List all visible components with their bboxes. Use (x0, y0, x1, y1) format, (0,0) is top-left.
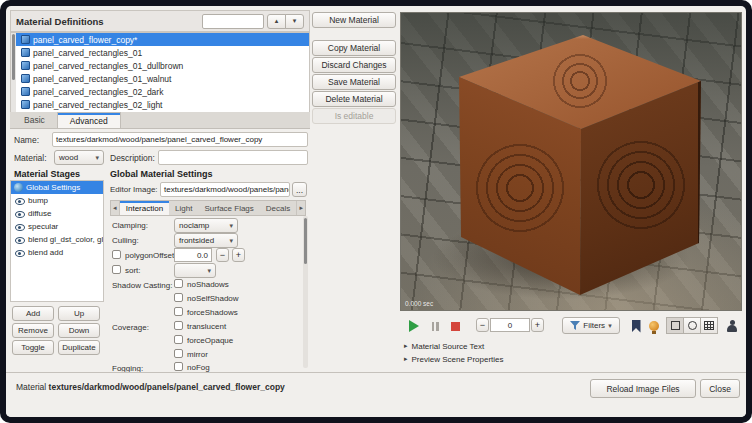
polygon-offset-checkbox[interactable] (112, 250, 121, 259)
screenshot-root: Material Definitions ▴ ▾ panel_carved_fl… (0, 0, 752, 423)
eye-icon[interactable] (14, 196, 25, 206)
stage-remove-button[interactable]: Remove (12, 323, 54, 338)
copy-material-button[interactable]: Copy Material (312, 40, 396, 56)
tree-item[interactable]: panel_carved_rectangles_01 (16, 46, 309, 59)
find-previous-button[interactable]: ▴ (267, 14, 286, 29)
tab-basic[interactable]: Basic (12, 112, 57, 128)
frame-increment-button[interactable]: + (531, 318, 544, 332)
sort-dropdown[interactable]: ▾ (174, 263, 216, 278)
stage-item-global-settings[interactable]: Global Settings (11, 181, 103, 194)
tree-item[interactable]: panel_carved_rectangles_02_light (16, 98, 309, 111)
stage-down-button[interactable]: Down (58, 323, 100, 338)
stage-duplicate-button[interactable]: Duplicate (58, 340, 100, 355)
noselfshadow-checkbox[interactable] (174, 293, 183, 302)
lamp-icon (649, 321, 659, 331)
stage-item-bump[interactable]: bump (11, 194, 103, 207)
player-view-button[interactable] (724, 318, 740, 334)
name-input[interactable]: textures/darkmod/wood/panels/panel_carve… (52, 132, 308, 147)
nofog-checkbox[interactable] (174, 362, 183, 371)
tree-item-label: panel_carved_rectangles_02_light (33, 100, 162, 110)
forceopaque-label: forceOpaque (187, 336, 233, 345)
render-mode-grid-button[interactable] (700, 317, 718, 334)
eye-icon[interactable] (14, 222, 25, 232)
find-next-button[interactable]: ▾ (285, 14, 304, 29)
translucent-checkbox[interactable] (174, 321, 183, 330)
editor-image-input[interactable]: textures/darkmod/wood/panels/panel_carv (160, 182, 290, 197)
tree-item[interactable]: panel_carved_rectangles_02_dark (16, 85, 309, 98)
tab-advanced[interactable]: Advanced (57, 112, 121, 128)
render-mode-sphere-button[interactable] (683, 317, 701, 334)
filters-label: Filters (583, 321, 605, 330)
stage-toggle-button[interactable]: Toggle (12, 340, 54, 355)
tree-scrollbar-thumb[interactable] (12, 34, 15, 80)
browse-editor-image-button[interactable]: ... (292, 182, 307, 197)
discard-changes-button[interactable]: Discard Changes (312, 57, 396, 73)
save-material-button[interactable]: Save Material (312, 74, 396, 90)
render-mode-textured-button[interactable] (666, 317, 684, 334)
pause-button[interactable] (427, 318, 443, 334)
stage-item-diffuse[interactable]: diffuse (11, 207, 103, 220)
stage-item-specular[interactable]: specular (11, 220, 103, 233)
dropdown-arrow-icon: ▾ (207, 267, 211, 275)
clamping-dropdown[interactable]: noclamp ▾ (174, 218, 238, 233)
stage-item-blend[interactable]: blend gl_dst_color, gl_on (11, 233, 103, 246)
tab-decals[interactable]: Decals (260, 201, 296, 215)
material-editor-window: Material Definitions ▴ ▾ panel_carved_fl… (6, 6, 746, 417)
preview-cube (449, 33, 701, 299)
eye-icon[interactable] (14, 248, 25, 258)
name-label: Name: (14, 135, 39, 145)
tree-item-selected[interactable]: panel_carved_flower_copy* (16, 33, 309, 46)
play-button[interactable] (406, 318, 422, 334)
polygon-offset-spin[interactable]: 0.0 (174, 248, 212, 262)
stop-button[interactable] (447, 318, 463, 334)
new-material-button[interactable]: New Material (312, 12, 396, 28)
noshadows-checkbox[interactable] (174, 279, 183, 288)
eye-icon[interactable] (14, 235, 25, 245)
filters-button[interactable]: Filters ▾ (562, 317, 620, 334)
forceshadows-label: forceShadows (187, 308, 238, 317)
material-type-dropdown[interactable]: wood ▾ (54, 150, 104, 165)
forceopaque-checkbox[interactable] (174, 335, 183, 344)
light-toggle-button[interactable] (646, 318, 662, 334)
tab-surface-flags[interactable]: Surface Flags (198, 201, 259, 215)
material-file-icon (21, 74, 30, 83)
eye-icon[interactable] (14, 209, 25, 219)
settings-scrollbar[interactable] (303, 216, 308, 368)
preview-scene-properties-expander[interactable]: ▸ Preview Scene Properties (404, 353, 504, 365)
tabs-scroll-right-button[interactable]: ▸ (296, 201, 305, 215)
material-definitions-header: Material Definitions ▴ ▾ (10, 10, 310, 32)
status-prefix: Material (16, 382, 46, 392)
tab-light[interactable]: Light (169, 201, 198, 215)
description-input[interactable] (158, 150, 308, 165)
stage-add-button[interactable]: Add (12, 306, 54, 321)
sort-checkbox[interactable] (112, 265, 121, 274)
material-filter-input[interactable] (202, 14, 264, 29)
is-editable-button: Is editable (312, 108, 396, 124)
preview-scene-properties-label: Preview Scene Properties (412, 355, 504, 364)
close-button[interactable]: Close (700, 379, 740, 398)
polygon-offset-increment-button[interactable]: + (232, 248, 245, 262)
editor-mode-tabs: Basic Advanced (10, 112, 310, 129)
preview-viewport[interactable]: 0.000 sec (400, 12, 742, 311)
tabs-scroll-left-button[interactable]: ◂ (111, 201, 120, 215)
material-source-text-expander[interactable]: ▸ Material Source Text (404, 340, 484, 352)
funnel-icon (570, 321, 580, 331)
material-file-icon (21, 61, 30, 70)
frame-decrement-button[interactable]: − (476, 318, 489, 332)
polygon-offset-decrement-button[interactable]: − (216, 248, 229, 262)
stage-up-button[interactable]: Up (58, 306, 100, 321)
settings-scrollbar-thumb[interactable] (304, 218, 307, 264)
reload-image-files-button[interactable]: Reload Image Files (590, 379, 696, 398)
delete-material-button[interactable]: Delete Material (312, 91, 396, 107)
culling-dropdown[interactable]: frontsided ▾ (174, 233, 238, 248)
tree-item[interactable]: panel_carved_rectangles_01_walnut (16, 72, 309, 85)
frame-spin[interactable]: 0 (490, 318, 530, 332)
material-file-icon (21, 35, 30, 44)
tab-interaction[interactable]: Interaction (120, 201, 169, 215)
bookmark-toggle-button[interactable] (628, 318, 644, 334)
stage-item-blend-add[interactable]: blend add (11, 246, 103, 259)
mirror-checkbox[interactable] (174, 349, 183, 358)
tree-item[interactable]: panel_carved_rectangles_01_dullbrown (16, 59, 309, 72)
forceshadows-checkbox[interactable] (174, 307, 183, 316)
mirror-label: mirror (187, 350, 208, 359)
